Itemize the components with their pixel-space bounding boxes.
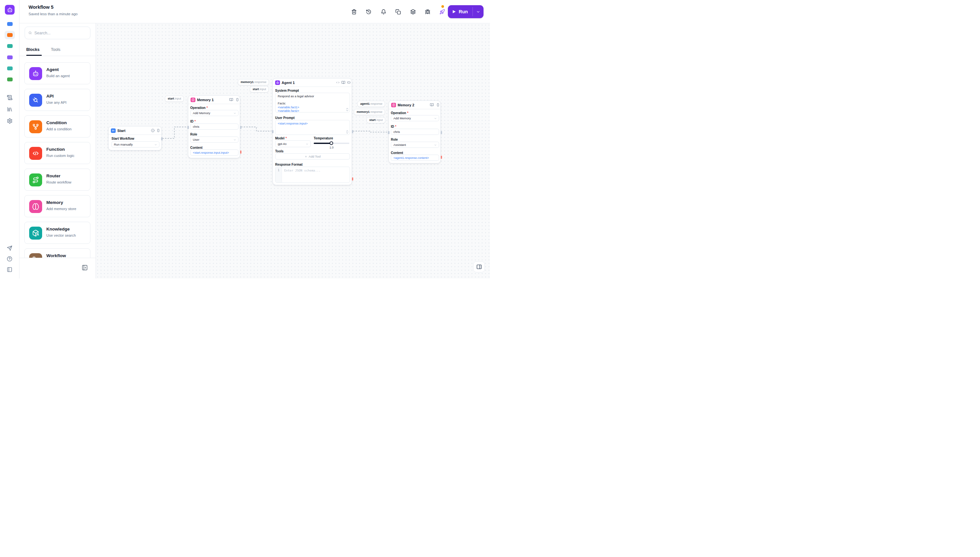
memory1-output-handle[interactable] — [240, 126, 242, 129]
block-card-function[interactable]: Function Run custom logic — [24, 142, 90, 164]
node-agent1[interactable]: Agent 1 System Prompt Respond as a legal… — [273, 78, 352, 185]
memory2-error-handle[interactable] — [441, 156, 442, 159]
workspace-chip-4[interactable] — [7, 55, 13, 59]
history-button[interactable] — [363, 7, 374, 17]
workspace-chip-3[interactable] — [7, 44, 13, 48]
run-button[interactable]: Run — [448, 5, 484, 18]
workspace-chip-6[interactable] — [7, 78, 13, 81]
block-card-condition[interactable]: Condition Add a condition — [24, 116, 90, 137]
operation-select[interactable]: Add Memory — [190, 110, 239, 116]
memory2-input-handle[interactable] — [388, 131, 390, 134]
collapse-node-icon[interactable] — [347, 81, 351, 85]
content-input[interactable]: <agent1.response.content> — [391, 155, 439, 161]
prompt-variable: <start.response.input> — [278, 122, 348, 125]
notifications-button[interactable] — [378, 7, 388, 17]
content-input[interactable]: <start.response.input.input> — [190, 150, 239, 156]
system-prompt-textarea[interactable]: Respond as a legal advisor Facts: <varia… — [275, 93, 350, 112]
block-card-router[interactable]: Router Route workflow — [24, 169, 90, 191]
operation-select[interactable]: Add Memory — [391, 115, 439, 121]
docs-book-icon[interactable] — [430, 103, 434, 107]
agent1-input-handle[interactable] — [272, 130, 273, 133]
app-rail — [0, 0, 20, 278]
chevron-down-icon — [233, 138, 236, 142]
collapse-panel-button[interactable] — [80, 263, 89, 272]
agent-block-icon — [29, 67, 42, 80]
user-prompt-textarea[interactable]: <start.response.input> — [275, 120, 350, 135]
panel-open-icon[interactable] — [236, 98, 240, 102]
workspace-chip-2[interactable] — [7, 33, 13, 37]
tab-tools[interactable]: Tools — [51, 47, 60, 52]
tools-label: Tools — [275, 150, 284, 153]
memory1-error-handle[interactable] — [240, 150, 242, 154]
node-memory2[interactable]: Memory 2 Operation Add Memory ID chris R… — [388, 101, 441, 163]
node-memory1[interactable]: Memory 1 Operation Add Memory ID chris R… — [188, 95, 240, 158]
chevron-down-icon — [154, 143, 157, 146]
model-select[interactable]: gpt-4o — [275, 140, 311, 147]
library-icon[interactable] — [7, 106, 13, 112]
content-label: Content — [190, 146, 203, 150]
logs-icon[interactable] — [7, 94, 13, 101]
start-mode-select[interactable]: Run manually — [112, 142, 159, 148]
node-header: Memory 1 — [188, 96, 240, 104]
workspace-chip-1[interactable] — [7, 22, 13, 26]
help-icon[interactable] — [7, 256, 13, 262]
panel-right-icon — [476, 264, 482, 270]
node-start[interactable]: Start Start Workflow Run manually — [108, 126, 162, 150]
info-icon[interactable] — [151, 129, 155, 133]
agent1-error-handle[interactable] — [352, 178, 354, 181]
settings-gear-icon[interactable] — [7, 118, 13, 124]
add-tool-button[interactable]: Add Tool — [275, 153, 350, 160]
panel-open-icon[interactable] — [436, 103, 440, 107]
start-output-handle[interactable] — [161, 137, 163, 140]
role-label: Role — [391, 138, 398, 142]
brain-icon — [29, 200, 42, 213]
panel-toggle-icon[interactable] — [7, 267, 13, 273]
agent1-output-handle[interactable] — [352, 130, 354, 133]
code-view-icon[interactable] — [336, 81, 340, 85]
node-title: Memory 1 — [197, 98, 214, 102]
memory2-output-handle[interactable] — [441, 131, 442, 134]
temperature-label: Temperature — [314, 137, 333, 140]
box-search-icon — [29, 226, 42, 239]
duplicate-button[interactable] — [393, 7, 403, 17]
id-input[interactable]: chris — [391, 129, 439, 135]
docs-book-icon[interactable] — [229, 98, 234, 102]
id-input[interactable]: chris — [190, 124, 239, 130]
delete-workflow-button[interactable] — [349, 7, 359, 17]
block-card-api[interactable]: API Use any API — [24, 89, 90, 111]
temperature-value: 1.0 — [328, 146, 335, 149]
start-workflow-label: Start Workflow — [112, 137, 134, 140]
deploy-button[interactable] — [437, 7, 447, 17]
workspace-chip-5[interactable] — [7, 67, 13, 70]
search-input[interactable] — [34, 31, 86, 35]
block-card-workflow[interactable]: Workflow — [24, 248, 90, 258]
operation-label: Operation — [391, 111, 408, 115]
response-format-editor[interactable]: 1 Enter JSON schema... — [275, 167, 350, 183]
open-side-panel-button[interactable] — [473, 261, 485, 272]
debug-button[interactable] — [422, 7, 432, 17]
memory1-input-handle[interactable] — [187, 126, 189, 129]
temperature-slider-knob[interactable] — [330, 142, 333, 145]
block-card-knowledge[interactable]: Knowledge Use vector search — [24, 222, 90, 244]
reference-tag: start.input — [165, 96, 184, 102]
tab-blocks[interactable]: Blocks — [26, 47, 39, 52]
block-card-memory[interactable]: Memory Add memory store — [24, 195, 90, 217]
role-select[interactable]: Assistant — [391, 142, 439, 148]
search-box[interactable] — [24, 26, 90, 39]
block-title: Memory — [46, 200, 63, 205]
resize-icon[interactable] — [346, 130, 348, 134]
panel-open-icon[interactable] — [156, 129, 161, 133]
send-feedback-icon[interactable] — [7, 246, 13, 251]
chevron-down-icon — [306, 143, 309, 146]
block-card-agent[interactable]: Agent Build an agent — [24, 62, 90, 84]
docs-book-icon[interactable] — [341, 81, 346, 85]
run-options-button[interactable] — [473, 5, 484, 18]
layers-button[interactable] — [408, 7, 418, 17]
node-header: Agent 1 — [273, 78, 352, 87]
resize-icon[interactable] — [346, 108, 348, 111]
app-logo[interactable] — [5, 5, 15, 15]
code-icon — [29, 147, 42, 160]
prompt-line: Facts: — [278, 102, 348, 105]
role-select[interactable]: User — [190, 137, 239, 143]
node-header: Memory 2 — [389, 101, 440, 109]
